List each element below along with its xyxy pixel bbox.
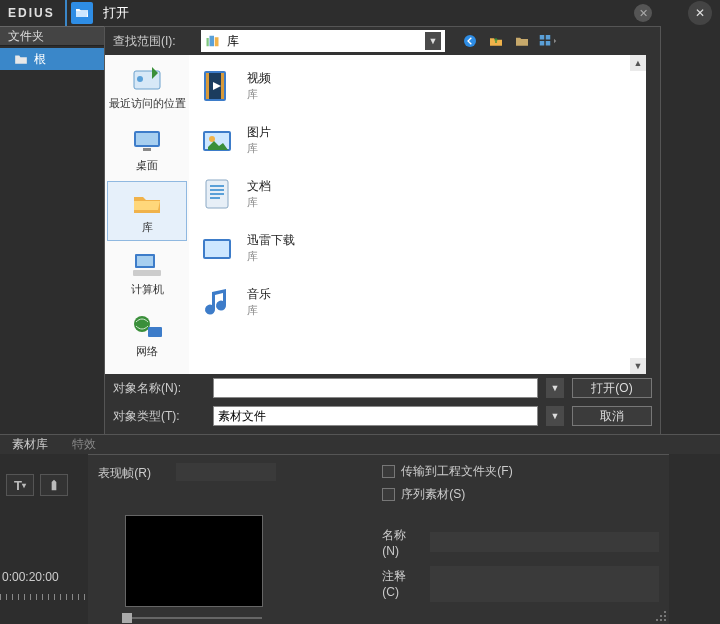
marker-tool-button[interactable] <box>40 474 68 496</box>
svg-rect-27 <box>210 189 224 191</box>
folder-icon <box>14 53 28 65</box>
svg-rect-7 <box>546 41 551 46</box>
browse-row: 最近访问的位置 桌面 库 计算机 网络 <box>105 55 660 374</box>
svg-rect-26 <box>210 185 224 187</box>
svg-rect-6 <box>540 41 545 46</box>
scrub-slider[interactable] <box>118 613 270 623</box>
place-libraries[interactable]: 库 <box>107 181 187 241</box>
file-list[interactable]: 视频库 图片库 文档库 迅雷下载库 <box>189 55 646 374</box>
video-library-icon <box>197 66 237 106</box>
place-label: 库 <box>142 220 153 235</box>
nav-newfolder-button[interactable] <box>513 32 531 50</box>
place-label: 最近访问的位置 <box>109 96 186 111</box>
library-sub: 库 <box>247 141 271 156</box>
tab-bin[interactable]: 素材库 <box>0 433 60 456</box>
sequence-label: 序列素材(S) <box>401 486 465 503</box>
library-sub: 库 <box>247 303 271 318</box>
dialog-title: 打开 <box>103 4 129 22</box>
lower-left-panel: T▾ 0:00:20:00 <box>0 454 88 624</box>
nav-icons <box>461 32 557 50</box>
places-bar: 最近访问的位置 桌面 库 计算机 网络 <box>105 55 189 374</box>
svg-rect-20 <box>206 73 209 99</box>
filename-dropdown[interactable]: ▼ <box>546 378 564 398</box>
filename-input[interactable] <box>213 378 538 398</box>
lower-right-gutter <box>669 454 720 624</box>
computer-icon <box>129 250 165 280</box>
root-folder-row[interactable]: 根 <box>0 48 104 70</box>
tab-effects[interactable]: 特效 <box>60 433 108 456</box>
library-item-videos[interactable]: 视频库 <box>189 59 646 113</box>
open-button[interactable]: 打开(O) <box>572 378 652 398</box>
svg-rect-12 <box>143 148 151 151</box>
libraries-icon <box>129 188 165 218</box>
svg-rect-15 <box>133 270 161 276</box>
name-field[interactable] <box>430 532 659 552</box>
library-item-xunlei[interactable]: 迅雷下载库 <box>189 221 646 275</box>
lower-section: T▾ 0:00:20:00 ✕ 表现帧(R) 传输到工程文件夹(F) 序列素材(… <box>0 454 720 624</box>
svg-rect-0 <box>210 36 215 47</box>
music-library-icon <box>197 282 237 322</box>
dialog-close-button[interactable]: ✕ <box>634 4 652 22</box>
network-icon <box>129 312 165 342</box>
nav-views-button[interactable] <box>539 32 557 50</box>
filetype-combobox[interactable]: 素材文件 <box>213 406 538 426</box>
filetype-dropdown[interactable]: ▼ <box>546 406 564 426</box>
svg-rect-29 <box>210 197 220 199</box>
resize-grip[interactable] <box>653 608 667 622</box>
checkbox-icon <box>382 465 395 478</box>
nav-back-button[interactable] <box>461 32 479 50</box>
nav-up-button[interactable] <box>487 32 505 50</box>
recent-icon <box>129 64 165 94</box>
open-dialog: 查找范围(I): 库 ▼ 最近访问的位置 桌面 <box>104 26 660 434</box>
svg-point-16 <box>134 316 150 332</box>
filename-fields: 对象名称(N): ▼ 打开(O) 对象类型(T): 素材文件 ▼ 取消 <box>105 374 660 434</box>
lookin-value: 库 <box>227 33 239 50</box>
open-folder-icon-button[interactable] <box>71 2 93 24</box>
lookin-combobox[interactable]: 库 ▼ <box>201 30 445 52</box>
svg-rect-17 <box>148 327 162 337</box>
place-computer[interactable]: 计算机 <box>107 243 187 303</box>
svg-rect-28 <box>210 193 224 195</box>
downloads-library-icon <box>197 228 237 268</box>
svg-point-3 <box>464 35 476 47</box>
place-label: 网络 <box>136 344 158 359</box>
library-item-documents[interactable]: 文档库 <box>189 167 646 221</box>
titlebar: EDIUS 打开 ✕ ✕ <box>0 0 720 26</box>
libraries-icon <box>205 33 223 49</box>
svg-rect-31 <box>205 241 229 257</box>
clip-properties-panel: ✕ 表现帧(R) 传输到工程文件夹(F) 序列素材(S) 名称(N) <box>88 454 669 624</box>
repframe-field[interactable] <box>176 463 276 481</box>
desktop-icon <box>129 126 165 156</box>
library-item-pictures[interactable]: 图片库 <box>189 113 646 167</box>
svg-point-9 <box>137 76 143 82</box>
scroll-down-arrow[interactable]: ▼ <box>630 358 646 374</box>
folder-open-icon <box>74 5 90 21</box>
main-area: 文件夹 根 查找范围(I): 库 ▼ <box>0 26 720 434</box>
text-tool-button[interactable]: T▾ <box>6 474 34 496</box>
cancel-button[interactable]: 取消 <box>572 406 652 426</box>
place-desktop[interactable]: 桌面 <box>107 119 187 179</box>
app-close-button[interactable]: ✕ <box>688 1 712 25</box>
left-panel-header: 文件夹 <box>0 26 104 46</box>
svg-rect-14 <box>137 256 153 266</box>
place-recent[interactable]: 最近访问的位置 <box>107 57 187 117</box>
comment-field[interactable] <box>430 566 659 602</box>
timeline-ruler[interactable] <box>0 594 88 604</box>
sequence-checkbox-row[interactable]: 序列素材(S) <box>382 486 659 503</box>
library-item-music[interactable]: 音乐库 <box>189 275 646 329</box>
library-sub: 库 <box>247 249 295 264</box>
svg-rect-11 <box>136 133 158 145</box>
pictures-library-icon <box>197 120 237 160</box>
library-title: 图片 <box>247 124 271 141</box>
place-network[interactable]: 网络 <box>107 305 187 365</box>
library-sub: 库 <box>247 195 271 210</box>
app-logo: EDIUS <box>0 6 63 20</box>
svg-rect-2 <box>207 38 209 46</box>
right-gutter <box>660 26 720 434</box>
lookin-label: 查找范围(I): <box>113 33 195 50</box>
scroll-up-arrow[interactable]: ▲ <box>630 55 646 71</box>
chevron-down-icon: ▼ <box>425 32 441 50</box>
svg-rect-1 <box>215 37 219 46</box>
timecode-display: 0:00:20:00 <box>0 570 59 584</box>
transfer-checkbox-row[interactable]: 传输到工程文件夹(F) <box>382 463 659 480</box>
